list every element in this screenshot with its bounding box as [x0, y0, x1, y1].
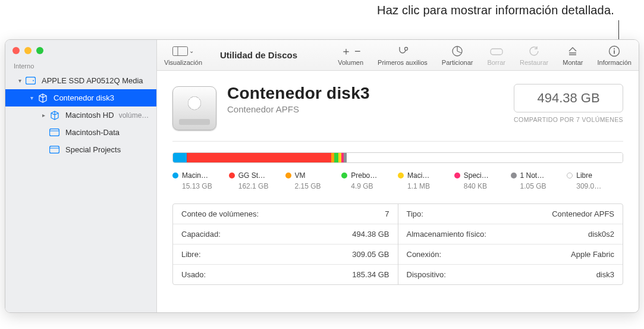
legend-swatch-icon	[398, 173, 404, 178]
details-right: Tipo:Contenedor APFSAlmacenamiento físic…	[398, 204, 623, 284]
sidebar-item[interactable]: Macintosh-Data	[5, 124, 156, 141]
svg-rect-0	[26, 77, 36, 84]
legend-swatch-icon	[229, 173, 235, 178]
info-button[interactable]: Información	[590, 40, 639, 70]
sidebar-item-label: Contenedor disk3	[54, 93, 114, 102]
volume-header: Contenedor disk3 Contenedor APFS 494.38 …	[172, 84, 623, 130]
legend-name: VM	[295, 171, 306, 180]
detail-row: Almacenamiento físico:disk0s2	[398, 224, 623, 244]
vol-icon	[49, 145, 59, 155]
hdd-icon	[26, 76, 36, 86]
capacity-value: 494.38 GB	[514, 84, 623, 112]
detail-key: Tipo:	[407, 209, 423, 218]
volume-button[interactable]: ＋ − Volumen	[331, 40, 370, 70]
svg-rect-4	[50, 146, 59, 153]
detail-value: 309.05 GB	[352, 250, 389, 259]
svg-point-1	[33, 80, 34, 82]
detail-row: Usado:185.34 GB	[173, 264, 398, 284]
legend-size: 2.15 GB	[295, 182, 338, 190]
sidebar-item[interactable]: Contenedor disk3	[5, 89, 156, 106]
legend-size: 15.13 GB	[182, 182, 225, 190]
detail-key: Almacenamiento físico:	[407, 230, 486, 239]
toolbar-label: Borrar	[487, 59, 505, 66]
sidebar-item-suffix: volúme…	[119, 111, 149, 120]
legend-name: Prebo…	[351, 171, 377, 180]
mount-icon	[567, 45, 579, 58]
svg-rect-13	[614, 50, 615, 54]
legend-size: 1.05 GB	[520, 182, 564, 190]
usage-segment	[173, 153, 187, 162]
legend-item[interactable]: 1 Not…1.05 GB	[511, 171, 567, 190]
legend-name: 1 Not…	[520, 171, 545, 180]
legend-swatch-icon	[511, 173, 517, 178]
detail-value: disk3	[596, 270, 614, 279]
divider	[172, 141, 623, 142]
sidebar-item[interactable]: APPLE SSD AP0512Q Media	[5, 72, 156, 89]
legend-item[interactable]: Maci…1.1 MB	[398, 171, 454, 190]
firstaid-button[interactable]: Primeros auxilios	[370, 40, 435, 70]
legend-name: GG St…	[238, 171, 265, 180]
window-title: Utilidad de Discos	[209, 40, 308, 70]
detail-row: Capacidad:494.38 GB	[173, 224, 398, 244]
legend-item[interactable]: VM2.15 GB	[285, 171, 342, 190]
legend-name: Speci…	[464, 171, 489, 180]
legend-item[interactable]: Libre309.0…	[567, 171, 623, 190]
window-controls	[5, 45, 156, 62]
legend-name: Macin…	[182, 171, 208, 180]
legend-item[interactable]: GG St…162.1 GB	[229, 171, 285, 190]
legend-swatch-icon	[341, 173, 347, 178]
sidebar-group-label: Interno	[5, 62, 156, 72]
plus-minus-icon: ＋ −	[341, 45, 361, 58]
cube-icon	[49, 110, 59, 120]
sidebar-item[interactable]: Macintosh HDvolúme…	[5, 106, 156, 124]
cube-icon	[37, 93, 48, 103]
vol-icon	[49, 127, 59, 137]
detail-row: Libre:309.05 GB	[173, 244, 398, 264]
svg-point-12	[614, 48, 615, 49]
toolbar: ⌄ Visualización Utilidad de Discos ＋ − V…	[157, 40, 639, 71]
legend-swatch-icon	[567, 173, 573, 178]
usage-bar	[172, 152, 623, 163]
svg-rect-10	[491, 49, 502, 55]
legend-item[interactable]: Prebo…4.9 GB	[341, 171, 398, 190]
content: Contenedor disk3 Contenedor APFS 494.38 …	[157, 71, 639, 312]
toolbar-label: Particionar	[442, 59, 473, 66]
detail-key: Dispositivo:	[407, 270, 446, 279]
legend-swatch-icon	[285, 173, 291, 178]
callout-text: Haz clic para mostrar información detall…	[377, 4, 614, 17]
sidebar-item[interactable]: Special Projects	[5, 141, 156, 158]
detail-value: 494.38 GB	[352, 230, 389, 239]
svg-point-8	[404, 47, 407, 50]
disclosure-icon[interactable]	[28, 95, 35, 101]
legend-size: 4.9 GB	[351, 182, 394, 190]
zoom-icon[interactable]	[36, 47, 43, 54]
close-icon[interactable]	[12, 47, 20, 54]
view-button[interactable]: ⌄ Visualización	[157, 40, 209, 70]
partition-button[interactable]: Particionar	[435, 40, 480, 70]
minimize-icon[interactable]	[24, 47, 32, 54]
detail-value: Contenedor APFS	[552, 209, 614, 218]
details-left: Conteo de volúmenes:7Capacidad:494.38 GB…	[173, 204, 398, 284]
disclosure-icon[interactable]	[40, 112, 47, 118]
sidebar-item-label: Macintosh-Data	[65, 128, 120, 137]
sidebar-item-label: APPLE SSD AP0512Q Media	[42, 76, 143, 85]
legend-item[interactable]: Macin…15.13 GB	[172, 171, 229, 190]
volume-subtitle: Contenedor APFS	[227, 104, 370, 114]
sidebar-item-label: Macintosh HD	[65, 111, 114, 120]
details-tables: Conteo de volúmenes:7Capacidad:494.38 GB…	[172, 203, 623, 285]
volume-title: Contenedor disk3	[227, 84, 370, 103]
svg-rect-2	[50, 129, 59, 136]
legend-item[interactable]: Speci…840 KB	[454, 171, 511, 190]
mount-button[interactable]: Montar	[555, 40, 590, 70]
svg-rect-6	[173, 46, 188, 55]
pie-icon	[451, 45, 463, 58]
detail-row: Conexión:Apple Fabric	[398, 244, 623, 264]
legend-size: 1.1 MB	[407, 182, 451, 190]
detail-value: Apple Fabric	[571, 250, 614, 259]
legend-size: 309.0…	[576, 182, 620, 190]
erase-button: Borrar	[480, 40, 513, 70]
drive-icon	[172, 86, 216, 130]
disclosure-icon[interactable]	[16, 77, 23, 84]
detail-value: 185.34 GB	[352, 270, 389, 279]
detail-value: 7	[385, 209, 389, 218]
